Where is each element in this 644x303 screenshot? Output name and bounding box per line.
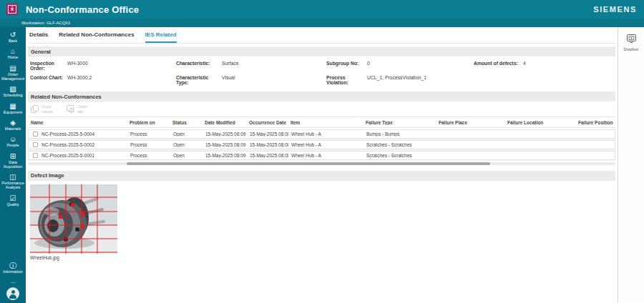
user-avatar[interactable]: [6, 287, 19, 300]
tab-details[interactable]: Details: [29, 31, 48, 43]
general-section-header: General: [28, 46, 615, 56]
defect-image-caption: WheelHub.jpg: [30, 255, 117, 260]
sidebar-item-data-acquisition[interactable]: ⊞ Data Acquisition: [0, 152, 26, 169]
related-nc-toolbar: Copy cause Open tab: [28, 101, 615, 116]
nc-name: NC-Process-2025-5-0004: [42, 131, 94, 136]
table-row[interactable]: NC-Process-2025-5-0004 Process Open 15-M…: [28, 129, 615, 139]
shopfloor-icon: [626, 34, 637, 44]
sidebar-item-materials[interactable]: ◈ Materials: [0, 119, 26, 131]
related-nc-section-header: Related Non-Conformances: [28, 91, 615, 101]
horizontal-scrollbar[interactable]: [28, 162, 615, 165]
sidebar-item-performance-analysis[interactable]: ◫ Performance Analysis: [0, 173, 26, 190]
tab-bar: Details Related Non-Conformances IES Rel…: [28, 27, 615, 44]
subgroup-no-value: 0: [367, 61, 474, 71]
information-icon: ⓘ: [0, 262, 26, 269]
workstation-bar: Workstation: GLF-ACQ01: [0, 19, 644, 27]
row-checkbox[interactable]: [33, 131, 38, 136]
nc-name: NC-Process-2025-5-0002: [42, 142, 94, 147]
characteristic-type-value: Visual: [222, 75, 326, 85]
order-management-icon: ▤: [0, 64, 26, 72]
field-label: Inspection Order:: [30, 61, 67, 71]
performance-analysis-icon: ◫: [0, 173, 26, 181]
open-tab-button[interactable]: Open tab: [66, 104, 93, 114]
column-header[interactable]: Name: [28, 120, 127, 125]
nc-name: NC-Process-2025-5-0001: [42, 153, 94, 158]
title-bar: x̄ Non-Conformance Office SIEMENS: [0, 0, 644, 19]
row-checkbox[interactable]: [33, 153, 38, 158]
row-checkbox[interactable]: [33, 142, 38, 147]
sidebar: ↺ Back ⌂ Home ▤ Order Management ▧ Sched…: [0, 27, 26, 303]
characteristic-value: Surface: [222, 61, 326, 71]
sidebar-more-button[interactable]: ...: [11, 279, 16, 284]
field-label: Control Chart:: [30, 75, 67, 85]
copy-icon: [30, 104, 39, 114]
wheel-hub-image: [30, 184, 117, 254]
column-header[interactable]: Failure Type: [363, 120, 436, 125]
defect-image-thumbnail[interactable]: WheelHub.jpg: [30, 184, 117, 260]
sidebar-item-people[interactable]: ☺ People: [0, 135, 26, 147]
sidebar-item-back[interactable]: ↺ Back: [0, 31, 26, 43]
scheduling-icon: ▧: [0, 85, 26, 93]
sidebar-item-equipment[interactable]: ▦ Equipment: [0, 102, 26, 114]
home-icon: ⌂: [0, 47, 26, 55]
amount-of-defects-value: 4: [523, 61, 615, 71]
page-title: Non-Conformance Office: [26, 4, 139, 15]
related-nc-table: Name Problem on Status Date Modified Occ…: [28, 116, 615, 165]
table-row[interactable]: NC-Process-2025-5-0002 Process Open 15-M…: [28, 140, 615, 149]
right-side-panel: Shopfloor: [618, 27, 644, 303]
sidebar-item-quality[interactable]: ☑ Quality: [0, 194, 26, 207]
horizontal-scrollbar-thumb[interactable]: [127, 162, 490, 165]
siemens-logo: SIEMENS: [593, 5, 637, 14]
process-violation-value: UCL_1, ProcessViolation_1: [367, 75, 474, 85]
equipment-icon: ▦: [0, 102, 26, 110]
workstation-label: Workstation: GLF-ACQ01: [21, 21, 70, 25]
table-body: NC-Process-2025-5-0004 Process Open 15-M…: [28, 129, 615, 161]
shopfloor-snapshot-button[interactable]: Shopfloor: [623, 34, 638, 51]
column-header[interactable]: Occurrence Date: [246, 120, 288, 125]
sidebar-item-order-management[interactable]: ▤ Order Management: [0, 64, 26, 81]
column-header[interactable]: Status: [170, 120, 202, 125]
avatar-person-icon: [11, 290, 15, 294]
column-header[interactable]: Item: [288, 120, 363, 125]
column-header[interactable]: Failure Place: [436, 120, 504, 125]
materials-icon: ◈: [0, 119, 26, 126]
field-label: Characteristic Type:: [176, 75, 222, 85]
tab-related-non-conformances[interactable]: Related Non-Conformances: [59, 31, 134, 43]
column-header[interactable]: Failure Position: [575, 120, 615, 125]
field-label: Characteristic:: [176, 61, 222, 71]
field-label: Subgroup No:: [326, 61, 367, 71]
sidebar-item-home[interactable]: ⌂ Home: [0, 47, 26, 59]
sidebar-item-scheduling[interactable]: ▧ Scheduling: [0, 85, 26, 97]
sidebar-item-information[interactable]: ⓘ Information: [0, 262, 26, 274]
xbar-chart-app-icon: x̄: [8, 5, 16, 14]
open-tab-icon: [66, 104, 75, 114]
field-label: Amount of defects:: [474, 61, 523, 71]
table-header-row: Name Problem on Status Date Modified Occ…: [28, 117, 615, 128]
back-icon: ↺: [0, 31, 26, 39]
defect-image-section-header: Defect Image: [28, 171, 615, 181]
data-acquisition-icon: ⊞: [0, 152, 26, 160]
inspection-order-value: WH-3000: [67, 61, 176, 71]
copy-cause-button[interactable]: Copy cause: [30, 104, 57, 114]
column-header[interactable]: Problem on: [127, 120, 170, 125]
main-content: Details Related Non-Conformances IES Rel…: [26, 27, 618, 303]
column-header[interactable]: Date Modified: [202, 120, 246, 125]
field-label: Process Violation:: [326, 75, 367, 85]
general-fields: Inspection Order: WH-3000 Characteristic…: [28, 56, 615, 91]
people-icon: ☺: [0, 135, 26, 143]
control-chart-value: WH-3000.2: [67, 75, 176, 85]
table-row[interactable]: NC-Process-2025-5-0001 Process Open 15-M…: [28, 151, 615, 160]
quality-icon: ☑: [0, 194, 26, 202]
column-header[interactable]: Failure Location: [504, 120, 575, 125]
tab-ies-related[interactable]: IES Related: [145, 31, 177, 43]
